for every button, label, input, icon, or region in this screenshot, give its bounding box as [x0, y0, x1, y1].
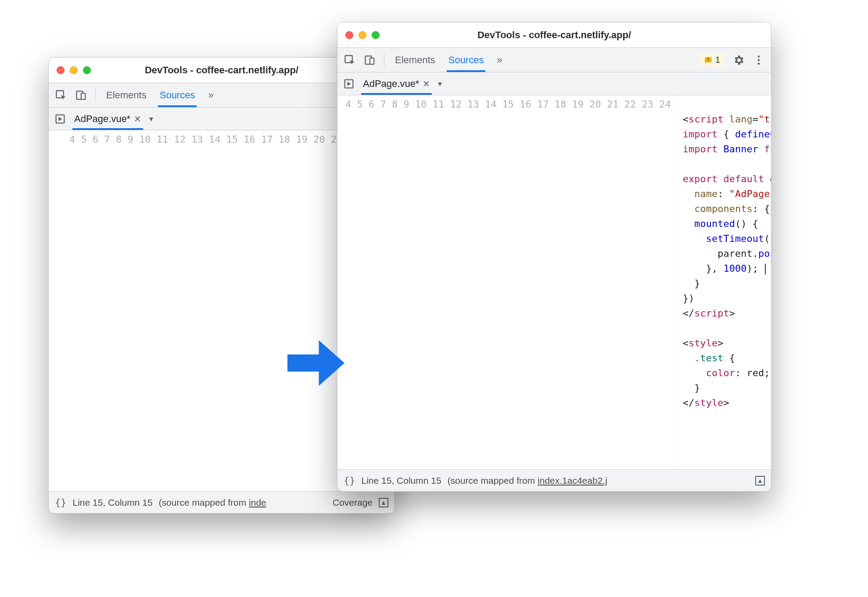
zoom-window-button[interactable] — [83, 66, 91, 74]
svg-rect-6 — [370, 58, 374, 64]
inspect-icon[interactable] — [344, 54, 356, 66]
svg-point-9 — [758, 59, 760, 61]
svg-rect-2 — [81, 93, 85, 99]
tabs-overflow[interactable]: » — [494, 48, 505, 72]
traffic-lights — [345, 31, 380, 39]
file-tab-row: AdPage.vue* ✕ ▾ — [337, 72, 771, 95]
zoom-window-button[interactable] — [372, 31, 380, 39]
svg-point-10 — [758, 62, 760, 65]
more-tabs-icon[interactable]: ▾ — [149, 114, 153, 124]
status-bar: {} Line 15, Column 15 (source mapped fro… — [337, 469, 771, 491]
transition-arrow-icon — [287, 340, 344, 388]
separator — [384, 53, 384, 67]
file-tab-label: AdPage.vue* — [363, 78, 419, 90]
close-tab-icon[interactable]: ✕ — [134, 114, 141, 124]
close-tab-icon[interactable]: ✕ — [423, 79, 430, 89]
issues-count: 1 — [715, 55, 720, 65]
source-map-link[interactable]: inde — [249, 497, 266, 507]
line-gutter: 4 5 6 7 8 9 10 11 12 13 14 15 16 17 18 1… — [337, 95, 678, 469]
window-title: DevTools - coffee-cart.netlify.app/ — [337, 29, 771, 41]
file-tab-label: AdPage.vue* — [74, 113, 130, 125]
pretty-print-icon[interactable]: {} — [344, 475, 355, 486]
expand-icon[interactable]: ▲ — [755, 476, 765, 486]
tab-sources[interactable]: Sources — [157, 83, 198, 107]
status-mapped: (source mapped from inde — [159, 497, 266, 508]
inspect-icon[interactable] — [55, 89, 67, 101]
device-toggle-icon[interactable] — [364, 54, 376, 66]
close-window-button[interactable] — [57, 66, 65, 74]
coverage-expand-icon[interactable]: ▲ — [379, 498, 388, 507]
minimize-window-button[interactable] — [70, 66, 78, 74]
devtools-toolbar: Elements Sources » ! 1 — [337, 48, 771, 72]
status-mapped: (source mapped from index.1ac4eab2.j — [448, 475, 607, 486]
svg-text:!: ! — [707, 57, 709, 61]
line-gutter: 4 5 6 7 8 9 10 11 12 13 14 15 16 17 18 1… — [49, 130, 384, 491]
show-navigator-icon[interactable] — [343, 78, 355, 90]
tab-elements[interactable]: Elements — [392, 48, 438, 72]
traffic-lights — [57, 66, 91, 74]
titlebar: DevTools - coffee-cart.netlify.app/ — [337, 22, 771, 48]
close-window-button[interactable] — [345, 31, 353, 39]
show-navigator-icon[interactable] — [54, 113, 66, 125]
svg-point-8 — [758, 55, 760, 58]
coverage-label[interactable]: Coverage — [333, 497, 373, 508]
devtools-window-right: DevTools - coffee-cart.netlify.app/ Elem… — [337, 22, 771, 492]
pretty-print-icon[interactable]: {} — [55, 497, 67, 508]
status-bar: {} Line 15, Column 15 (source mapped fro… — [49, 491, 395, 513]
issues-badge[interactable]: ! 1 — [699, 54, 725, 66]
minimize-window-button[interactable] — [359, 31, 366, 39]
tabs-overflow[interactable]: » — [205, 83, 216, 107]
tab-elements[interactable]: Elements — [104, 83, 149, 107]
source-map-link[interactable]: index.1ac4eab2.j — [538, 475, 607, 486]
more-tabs-icon[interactable]: ▾ — [438, 79, 442, 89]
tab-sources[interactable]: Sources — [446, 48, 487, 72]
device-toggle-icon[interactable] — [75, 89, 87, 101]
settings-gear-icon[interactable] — [732, 54, 745, 66]
code-content[interactable]: <script lang="ts"> import { defineCompon… — [678, 95, 771, 469]
code-editor[interactable]: 4 5 6 7 8 9 10 11 12 13 14 15 16 17 18 1… — [337, 95, 771, 469]
kebab-menu-icon[interactable] — [753, 54, 765, 66]
cursor-position: Line 15, Column 15 — [362, 475, 441, 486]
cursor-position: Line 15, Column 15 — [73, 497, 153, 508]
file-tab-adpage[interactable]: AdPage.vue* ✕ — [72, 108, 143, 130]
separator — [95, 88, 96, 102]
file-tab-adpage[interactable]: AdPage.vue* ✕ — [361, 72, 432, 95]
